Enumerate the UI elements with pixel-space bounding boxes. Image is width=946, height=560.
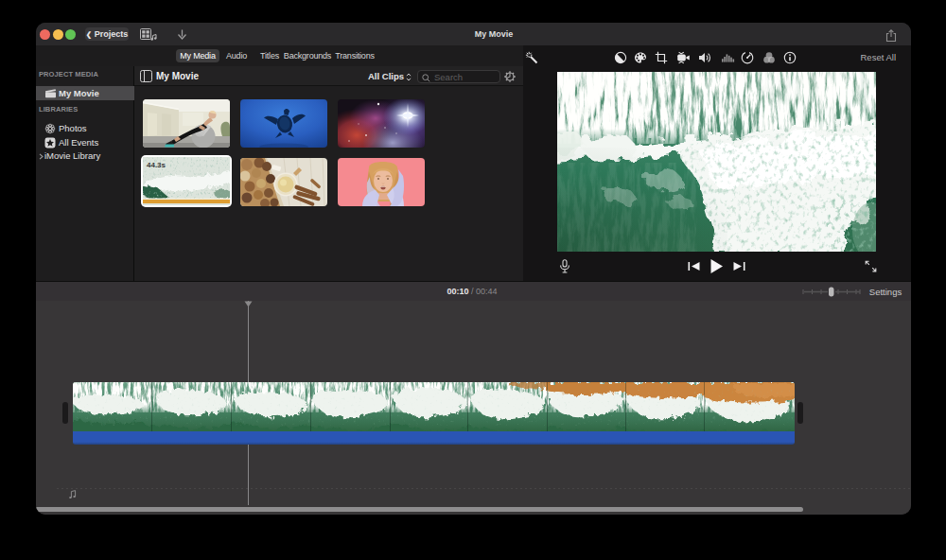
svg-text:44.3s: 44.3s [147,161,166,169]
